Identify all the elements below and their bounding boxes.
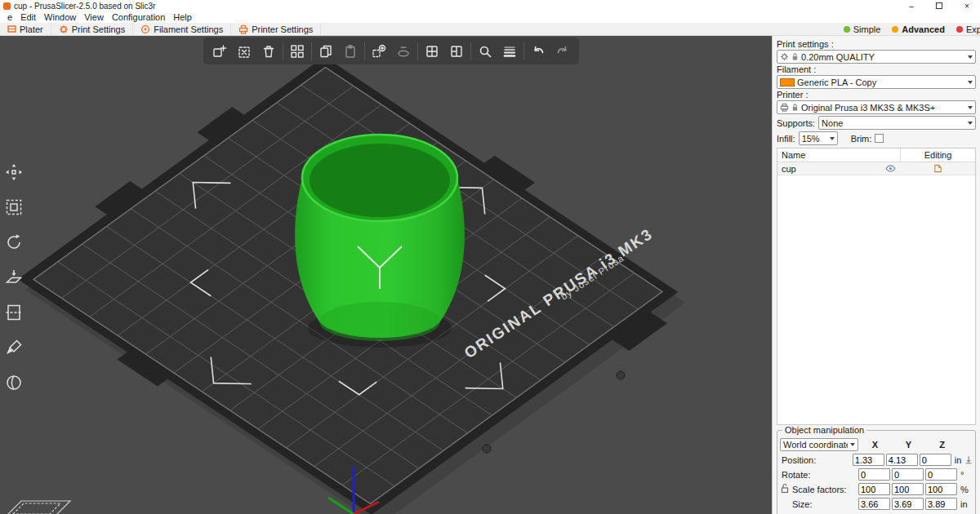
undo-icon[interactable] [526, 39, 550, 64]
supports-select[interactable]: None [818, 116, 976, 130]
rotate-y-input[interactable] [892, 468, 924, 481]
rotate-icon[interactable] [1, 228, 27, 256]
scale-z-input[interactable] [925, 483, 957, 495]
size-z-input[interactable] [925, 498, 957, 510]
filament-value: Generic PLA - Copy [797, 78, 965, 87]
filament-label: Filament : [777, 64, 976, 75]
gear-icon [780, 52, 789, 61]
tab-plater[interactable]: Plater [0, 23, 51, 35]
column-editing: Editing [900, 148, 975, 162]
scale-row: Scale factors: % [780, 482, 973, 496]
mode-advanced[interactable]: Advanced [892, 24, 945, 34]
seam-painting-icon[interactable] [1, 369, 27, 397]
print-settings-label: Print settings : [777, 39, 976, 50]
rotate-z-input[interactable] [925, 468, 957, 481]
chevron-down-icon [968, 81, 973, 84]
print-settings-select[interactable]: 0.20mm QUALITY [777, 50, 976, 64]
infill-label: Infill: [777, 134, 795, 144]
title-bar: cup - PrusaSlicer-2.5.0 based on Slic3r … [0, 0, 980, 11]
expert-mode-dot-icon [956, 26, 963, 33]
menu-configuration[interactable]: Configuration [108, 12, 169, 22]
position-row: Position: in [780, 453, 973, 467]
position-x-input[interactable] [853, 454, 884, 466]
bed-knob [483, 445, 491, 453]
cut-icon[interactable] [1, 299, 27, 326]
filament-color-swatch [780, 78, 795, 86]
scale-icon[interactable] [1, 193, 27, 221]
position-z-input[interactable] [920, 454, 951, 466]
position-y-input[interactable] [886, 454, 918, 466]
bed-shape-indicator-icon [3, 491, 74, 514]
split-to-parts-icon[interactable] [444, 39, 469, 64]
place-on-face-icon[interactable] [1, 264, 27, 291]
add-object-icon[interactable] [207, 39, 232, 64]
copy-icon[interactable] [314, 39, 338, 64]
search-icon[interactable] [473, 39, 497, 64]
paint-on-supports-icon[interactable] [1, 334, 27, 361]
uniform-scale-lock-icon[interactable] [781, 483, 789, 494]
printer-select[interactable]: Original Prusa i3 MK3S & MK3S+ [777, 100, 976, 114]
eye-icon[interactable] [885, 165, 896, 172]
tab-print-settings[interactable]: Print Settings [51, 23, 133, 35]
gear-icon [59, 24, 69, 34]
delete-object-icon[interactable] [232, 39, 256, 64]
menu-help[interactable]: Help [169, 12, 196, 22]
infill-select[interactable]: 15% [799, 131, 838, 145]
size-row: Size: in [780, 497, 973, 511]
object-row-cup[interactable]: cup [777, 162, 975, 175]
lock-icon [791, 103, 799, 112]
close-icon[interactable]: × [962, 2, 972, 11]
edit-settings-icon[interactable] [933, 164, 942, 173]
delete-all-icon[interactable] [256, 39, 281, 64]
add-instance-icon[interactable] [367, 39, 391, 64]
axis-header-y: Y [892, 440, 925, 450]
filament-spool-icon [140, 24, 150, 34]
maximize-icon[interactable] [934, 2, 944, 11]
mode-switcher: Simple Advanced Expe [844, 24, 980, 34]
scene-3d[interactable]: ORIGINAL PRUSA i3 MK3 by Josef Prusa [0, 36, 772, 514]
printer-icon [780, 103, 789, 112]
tab-filament-settings-label: Filament Settings [154, 24, 223, 34]
tab-plater-label: Plater [20, 24, 43, 34]
rotate-row: Rotate: ° [780, 467, 973, 481]
arrange-icon[interactable] [285, 39, 310, 64]
remove-instance-icon[interactable] [391, 39, 416, 64]
coordinates-select[interactable]: World coordinates [780, 438, 858, 451]
drop-to-bed-icon[interactable] [964, 455, 973, 464]
menu-edit[interactable]: Edit [16, 12, 40, 22]
printer-value: Original Prusa i3 MK3S & MK3S+ [801, 103, 965, 113]
chevron-down-icon [968, 106, 973, 109]
menu-file[interactable]: e [3, 12, 16, 22]
size-x-input[interactable] [858, 498, 890, 510]
size-y-input[interactable] [892, 498, 924, 510]
brim-checkbox[interactable] [875, 134, 884, 143]
3d-viewport[interactable]: ORIGINAL PRUSA i3 MK3 by Josef Prusa [0, 36, 772, 514]
app-icon [3, 2, 11, 10]
mode-expert[interactable]: Expe [956, 24, 980, 34]
tab-print-settings-label: Print Settings [72, 24, 125, 34]
minimize-icon[interactable]: – [906, 2, 916, 11]
brim-label: Brim: [851, 134, 872, 144]
model-cup[interactable] [295, 135, 465, 348]
supports-label: Supports: [777, 118, 815, 128]
redo-icon[interactable] [550, 39, 575, 64]
filament-select[interactable]: Generic PLA - Copy [777, 75, 976, 89]
variable-layer-height-icon[interactable] [497, 39, 522, 64]
scale-x-input[interactable] [858, 483, 890, 495]
menu-window[interactable]: Window [40, 12, 80, 22]
paste-icon[interactable] [338, 39, 363, 64]
move-icon[interactable] [1, 158, 27, 186]
mode-simple[interactable]: Simple [844, 24, 881, 34]
scale-y-input[interactable] [892, 483, 924, 495]
tab-bar: Plater Print Settings Filament Settings … [0, 23, 980, 36]
menu-bar: e Edit Window View Configuration Help [0, 11, 980, 23]
rotate-x-input[interactable] [858, 468, 890, 481]
tab-filament-settings[interactable]: Filament Settings [133, 23, 231, 35]
object-manipulation-panel: Object manipulation World coordinates X … [777, 430, 976, 514]
split-to-objects-icon[interactable] [420, 39, 444, 64]
axis-header-z: Z [925, 440, 959, 450]
menu-view[interactable]: View [80, 12, 108, 22]
chevron-down-icon [830, 137, 835, 140]
bed-knob [617, 371, 625, 379]
tab-printer-settings[interactable]: Printer Settings [231, 23, 321, 35]
